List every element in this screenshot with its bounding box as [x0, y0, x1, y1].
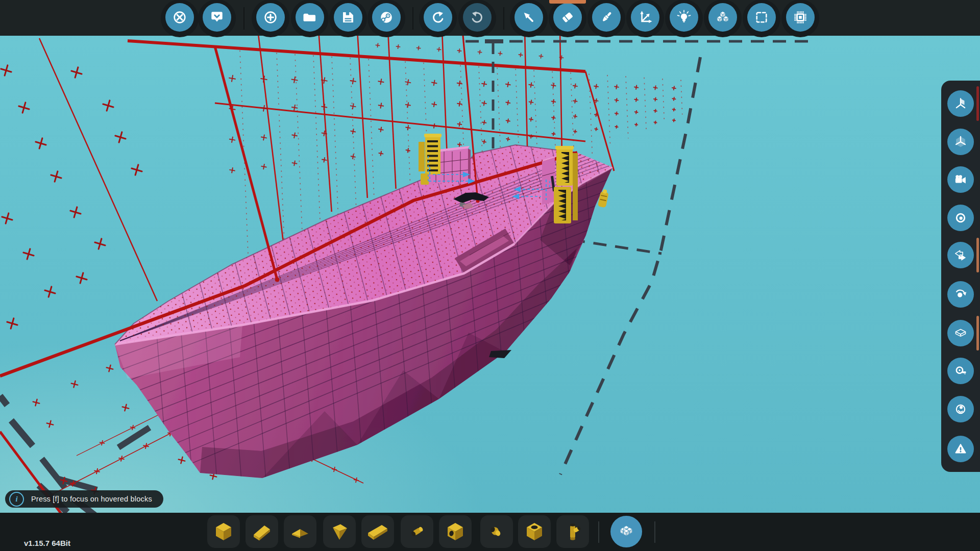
microchip-icon	[786, 3, 815, 32]
select-tool-button[interactable]	[512, 3, 545, 36]
open-button[interactable]	[293, 3, 326, 36]
paint-tool-button[interactable]	[590, 3, 623, 36]
lens-icon	[947, 205, 974, 231]
right-sidebar	[941, 81, 980, 472]
axis-plane-icon	[947, 90, 974, 117]
cube-block[interactable]	[207, 515, 240, 548]
info-icon: i	[9, 492, 24, 507]
rotate-view-button[interactable]	[947, 281, 974, 308]
bottombar-separator	[654, 521, 655, 543]
long-wedge-block[interactable]	[361, 515, 394, 548]
hole-cube-block[interactable]	[439, 515, 472, 548]
new-creation-button[interactable]	[254, 3, 287, 36]
active-tool-indicator	[549, 0, 586, 4]
focus-hint-text: Press [f] to focus on hovered blocks	[31, 495, 152, 503]
transform-arrows-icon	[631, 3, 659, 32]
cursor-icon	[514, 3, 543, 32]
workshop-item-button[interactable]	[201, 3, 233, 36]
lightbulb-icon	[670, 3, 698, 32]
toolbar-separator	[412, 7, 413, 30]
selection-tool-button[interactable]	[745, 3, 778, 36]
axis-cube-icon	[947, 129, 974, 155]
folder-icon	[296, 3, 324, 32]
view-plane-button[interactable]	[947, 90, 974, 117]
floppy-icon	[334, 3, 362, 32]
tape-measure-icon	[947, 358, 974, 384]
mirror-button[interactable]	[947, 242, 974, 268]
swap-arrows-icon	[947, 242, 974, 268]
wedge-block[interactable]	[246, 515, 278, 548]
redo-icon	[463, 3, 492, 32]
save-button[interactable]	[332, 3, 364, 36]
slab-icon	[947, 320, 974, 346]
undo-button[interactable]	[422, 3, 454, 36]
marquee-icon	[747, 3, 776, 32]
viewport-3d[interactable]	[0, 0, 980, 551]
steam-icon	[372, 3, 401, 32]
bottombar-separator	[598, 521, 599, 543]
app-window: i Press [f] to focus on hovered blocks v…	[0, 0, 980, 551]
focus-lens-button[interactable]	[947, 205, 974, 231]
character-sphere-icon	[947, 396, 974, 422]
transform-tool-button[interactable]	[629, 3, 662, 36]
pipe-elbow-block[interactable]	[480, 515, 513, 548]
top-toolbar	[0, 0, 980, 36]
toolbar-separator	[243, 7, 244, 30]
bookmark-check-icon	[203, 3, 231, 32]
erase-tool-button[interactable]	[551, 3, 584, 36]
close-icon	[165, 3, 194, 32]
plus-icon	[256, 3, 285, 32]
grid-plane-button[interactable]	[947, 320, 974, 346]
corner-block[interactable]	[323, 515, 356, 548]
eraser-icon	[553, 3, 582, 32]
view-cube-button[interactable]	[947, 129, 974, 155]
light-tool-button[interactable]	[668, 3, 700, 36]
warning-triangle-icon	[947, 436, 974, 462]
low-wedge-block[interactable]	[284, 515, 316, 548]
toolbar-separator	[503, 7, 504, 30]
sidebar-state-indicator	[976, 86, 979, 121]
redo-button[interactable]	[461, 3, 494, 36]
orbit-icon	[947, 281, 974, 308]
cubes-icon	[708, 3, 737, 32]
undo-icon	[424, 3, 452, 32]
video-camera-icon	[947, 166, 974, 193]
focus-hint-tooltip: i Press [f] to focus on hovered blocks	[5, 490, 163, 508]
steam-workshop-button[interactable]	[370, 3, 403, 36]
sidebar-state-indicator	[976, 238, 979, 272]
exit-button[interactable]	[163, 3, 196, 36]
block-browser-button[interactable]	[610, 516, 642, 547]
pipe-tee-block[interactable]	[556, 515, 589, 548]
pipe-block[interactable]	[401, 515, 433, 548]
sidebar-state-indicator	[976, 316, 979, 350]
character-physics-button[interactable]	[947, 396, 974, 422]
top-hole-cube-block[interactable]	[518, 515, 551, 548]
version-label: v1.15.7 64Bit	[24, 539, 70, 547]
logic-tool-button[interactable]	[784, 3, 817, 36]
measure-button[interactable]	[947, 358, 974, 384]
camera-button[interactable]	[947, 166, 974, 193]
paintbrush-icon	[592, 3, 621, 32]
warnings-button[interactable]	[947, 436, 974, 462]
blocks-tool-button[interactable]	[706, 3, 739, 36]
